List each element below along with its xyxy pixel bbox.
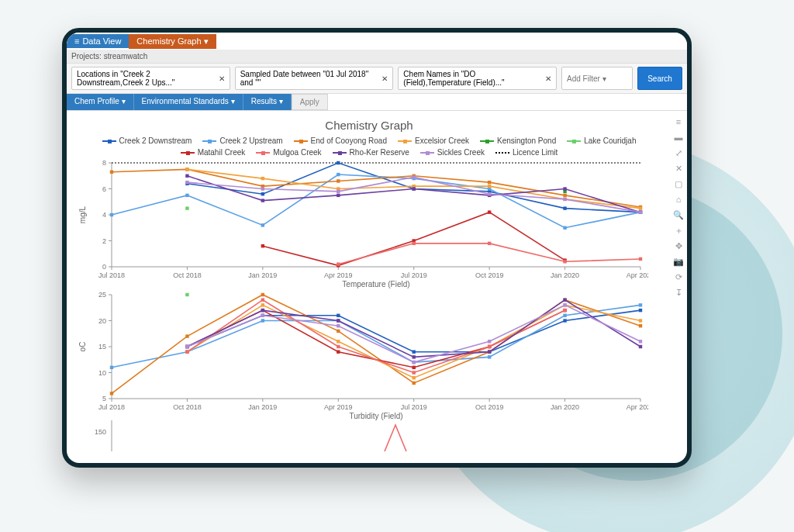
svg-rect-123 [639, 309, 642, 312]
chart-tool-icon[interactable]: ▢ [673, 178, 684, 189]
svg-rect-80 [185, 181, 188, 184]
svg-rect-55 [261, 177, 264, 180]
close-icon[interactable]: ✕ [545, 74, 551, 83]
svg-rect-133 [185, 334, 188, 337]
svg-rect-159 [563, 309, 566, 312]
svg-text:Oct 2018: Oct 2018 [173, 271, 202, 279]
filter-chem-names[interactable]: Chem Names in "DO (Field),Temperature (F… [398, 67, 557, 90]
legend-swatch [256, 152, 270, 154]
svg-text:Apr 2019: Apr 2019 [324, 403, 353, 411]
chart-tool-icon[interactable]: 🔍 [673, 209, 684, 220]
legend-label: Creek 2 Upstream [219, 136, 282, 145]
svg-rect-154 [185, 351, 188, 354]
chart-tool-icon[interactable]: 📷 [673, 256, 684, 267]
svg-rect-78 [563, 187, 566, 190]
svg-rect-32 [261, 192, 264, 195]
chart-tool-icon[interactable]: ↧ [673, 287, 684, 298]
search-button[interactable]: Search [637, 67, 682, 90]
legend-item[interactable]: Sickles Creek [420, 148, 485, 157]
svg-rect-68 [337, 262, 340, 265]
env-standards-button[interactable]: Environmental Standards ▾ [134, 94, 243, 110]
svg-rect-129 [488, 355, 491, 358]
svg-rect-44 [563, 226, 566, 230]
svg-rect-130 [563, 314, 566, 317]
legend-swatch [202, 140, 216, 142]
legend-item[interactable]: Lake Couridjah [567, 136, 636, 145]
svg-text:Jul 2019: Jul 2019 [401, 271, 427, 279]
svg-rect-70 [488, 242, 491, 245]
legend-item[interactable]: Excelsior Creek [398, 136, 469, 145]
close-icon[interactable]: ✕ [219, 74, 225, 83]
chart-tool-icon[interactable]: ⌂ [673, 194, 684, 205]
svg-rect-151 [413, 366, 416, 369]
svg-text:Jul 2018: Jul 2018 [98, 271, 125, 279]
apply-button[interactable]: Apply [292, 94, 328, 110]
legend-item[interactable]: Creek 2 Downstream [102, 136, 192, 145]
svg-rect-126 [261, 319, 264, 322]
svg-rect-40 [261, 223, 264, 226]
svg-text:Apr 2020: Apr 2020 [627, 403, 648, 411]
svg-rect-86 [639, 210, 642, 213]
svg-rect-38 [110, 213, 113, 216]
svg-text:Jan 2019: Jan 2019 [248, 271, 277, 279]
legend-item[interactable]: End of Cooyong Road [294, 136, 387, 145]
svg-text:mg/L: mg/L [78, 206, 87, 223]
svg-text:Apr 2019: Apr 2019 [324, 271, 353, 279]
legend-label: Mulgoa Creek [273, 148, 321, 157]
svg-text:Jan 2020: Jan 2020 [551, 271, 579, 279]
chart-area: Chemistry Graph Creek 2 DownstreamCreek … [67, 111, 687, 456]
filter-locations[interactable]: Locations in "Creek 2 Downstream,Creek 2… [71, 67, 230, 90]
svg-rect-132 [110, 392, 113, 395]
chart-tool-icon[interactable]: ≡ [673, 116, 684, 127]
results-button[interactable]: Results ▾ [243, 94, 292, 110]
legend-item[interactable]: Licence Limit [495, 148, 558, 157]
legend-label: Lake Couridjah [584, 136, 636, 145]
svg-rect-143 [413, 376, 416, 379]
chart-tool-icon[interactable]: ＋ [673, 225, 684, 236]
filter-sampled-date[interactable]: Sampled Date between "01 Jul 2018" and "… [235, 67, 394, 90]
svg-text:Turbidity (Field): Turbidity (Field) [349, 412, 402, 420]
svg-rect-172 [563, 303, 566, 306]
svg-rect-136 [413, 382, 416, 385]
svg-text:0: 0 [102, 263, 106, 271]
svg-rect-124 [110, 366, 113, 369]
svg-rect-119 [337, 314, 340, 317]
legend-label: Kensington Pond [497, 136, 556, 145]
tab-chemistry-graph[interactable]: Chemistry Graph ▾ [129, 34, 216, 49]
svg-text:Temperature (Field): Temperature (Field) [342, 280, 409, 288]
legend-item[interactable]: Creek 2 Upstream [202, 136, 282, 145]
chem-profile-button[interactable]: Chem Profile ▾ [67, 94, 134, 110]
app-window: ≡ Data View Chemistry Graph ▾ Projects: … [62, 28, 692, 468]
svg-rect-84 [488, 192, 491, 195]
svg-rect-120 [413, 351, 416, 354]
legend-item[interactable]: Matahil Creek [181, 148, 246, 157]
svg-rect-85 [563, 198, 566, 201]
legend-swatch [567, 140, 581, 142]
svg-text:150: 150 [95, 428, 106, 436]
legend-item[interactable]: Kensington Pond [480, 136, 556, 145]
chart-tool-icon[interactable]: ✕ [673, 163, 684, 174]
svg-text:Jul 2018: Jul 2018 [98, 403, 125, 411]
legend-item[interactable]: Rho-Ker Reserve [333, 148, 409, 157]
add-filter-button[interactable]: Add Filter ▾ [561, 67, 633, 90]
svg-rect-165 [563, 299, 566, 302]
chart-tool-icon[interactable]: ▬ [673, 132, 684, 143]
chart-tool-icon[interactable]: ⟳ [673, 271, 684, 282]
svg-rect-51 [488, 181, 491, 184]
svg-rect-74 [261, 199, 264, 202]
svg-text:5: 5 [102, 395, 106, 402]
legend-item[interactable]: Mulgoa Creek [256, 148, 321, 157]
svg-rect-169 [337, 324, 340, 327]
svg-rect-156 [337, 345, 340, 348]
chart-tool-icon[interactable]: ⤢ [673, 147, 684, 158]
legend-label: Licence Limit [513, 148, 558, 157]
tab-data-view[interactable]: ≡ Data View [67, 34, 129, 48]
chart-oC: 510152025Jul 2018Oct 2018Jan 2019Apr 201… [74, 288, 648, 420]
chart-tool-icon[interactable]: ✥ [673, 240, 684, 251]
svg-rect-83 [413, 175, 416, 178]
chart-title: Chemistry Graph [74, 119, 664, 132]
legend-label: Creek 2 Downstream [119, 136, 192, 145]
svg-text:Jul 2019: Jul 2019 [401, 403, 427, 411]
chart-legend: Creek 2 DownstreamCreek 2 UpstreamEnd of… [74, 136, 664, 157]
close-icon[interactable]: ✕ [381, 74, 388, 83]
